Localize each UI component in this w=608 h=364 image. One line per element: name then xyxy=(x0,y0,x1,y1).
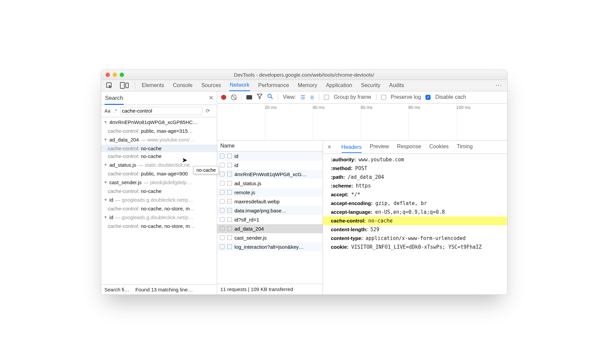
tab-network[interactable]: Network xyxy=(229,80,250,91)
request-row[interactable]: 4mrRnEPnWo81qWPG8_xcG… xyxy=(217,170,323,179)
result-group[interactable]: ▼ad_data_204www.youtube.com/… xyxy=(101,135,217,145)
search-footer: Search fi… Found 13 matching line… xyxy=(101,284,217,294)
result-match[interactable]: cache-control:no-cache xyxy=(101,187,217,195)
device-icon[interactable] xyxy=(120,82,129,89)
result-match[interactable]: cache-control:no-cache, no-store, m… xyxy=(101,205,217,212)
header-row: content-length529 xyxy=(323,225,507,234)
request-row[interactable]: cast_sender.js xyxy=(217,233,323,242)
request-name: id xyxy=(235,153,239,159)
row-checkbox[interactable] xyxy=(220,217,225,222)
tab-elements[interactable]: Elements xyxy=(141,80,165,91)
time-tick: 100 ms xyxy=(456,105,471,110)
tab-memory[interactable]: Memory xyxy=(297,80,318,91)
tab-audits[interactable]: Audits xyxy=(389,80,405,91)
request-row[interactable]: remote.js xyxy=(217,188,323,197)
result-group[interactable]: ▼cast_sender.jspkedcjkdefgdelp… xyxy=(101,177,217,187)
row-checkbox[interactable] xyxy=(220,199,225,204)
header-row: accept*/* xyxy=(323,190,507,199)
result-group[interactable]: ▼idgoogleads.g.doubleclick.net/p… xyxy=(101,195,217,205)
match-case-icon[interactable]: Aa xyxy=(105,108,111,114)
close-window-button[interactable] xyxy=(106,73,110,77)
request-name: 4mrRnEPnWo81qWPG8_xcG… xyxy=(235,171,307,177)
request-row[interactable]: id?slf_rd=1 xyxy=(217,215,323,224)
row-checkbox[interactable] xyxy=(220,181,225,186)
header-tab-response[interactable]: Response xyxy=(397,143,421,152)
header-row: content-typeapplication/x-www-form-urlen… xyxy=(323,234,507,243)
request-row[interactable]: id xyxy=(217,152,323,161)
file-icon xyxy=(227,226,232,231)
preserve-log-checkbox[interactable] xyxy=(381,95,386,100)
file-icon xyxy=(227,154,232,158)
request-name: data:image/png;base… xyxy=(235,208,287,213)
request-name: maxresdefault.webp xyxy=(235,199,280,204)
header-row: cache-controlno-cache xyxy=(323,216,507,225)
header-tab-timing[interactable]: Timing xyxy=(457,143,473,152)
zoom-window-button[interactable] xyxy=(120,73,124,77)
close-icon[interactable]: × xyxy=(209,93,213,102)
tab-console[interactable]: Console xyxy=(172,80,193,91)
request-row[interactable]: id xyxy=(217,161,323,170)
result-group[interactable]: ▼4mrRnEPnWo81qWPG8_xcGP85HC… xyxy=(101,117,217,127)
result-group[interactable]: ▼idgoogleads.g.doubleclick.net/p… xyxy=(101,212,217,222)
inspect-icon[interactable] xyxy=(106,82,113,89)
group-by-frame-checkbox[interactable] xyxy=(324,95,329,100)
search-icon[interactable] xyxy=(267,93,273,101)
file-icon xyxy=(227,244,232,249)
screenshot-icon[interactable] xyxy=(246,95,252,99)
tab-performance[interactable]: Performance xyxy=(257,80,290,91)
titlebar: DevTools - developers.google.com/web/too… xyxy=(101,70,507,80)
row-checkbox[interactable] xyxy=(220,172,225,176)
search-input[interactable] xyxy=(120,107,202,115)
result-match[interactable]: cache-control:public, max-age=315… xyxy=(101,127,217,135)
disable-cache-checkbox[interactable]: ✓ xyxy=(425,95,431,100)
row-checkbox[interactable] xyxy=(220,235,225,240)
tab-security[interactable]: Security xyxy=(360,80,381,91)
request-row[interactable]: —data:image/png;base… xyxy=(217,206,323,215)
regex-icon[interactable]: .* xyxy=(114,108,117,114)
row-checkbox[interactable] xyxy=(220,154,225,158)
header-tab-cookies[interactable]: Cookies xyxy=(429,143,449,152)
request-row[interactable]: ad_status.js xyxy=(217,179,323,188)
header-tab-headers[interactable]: Headers xyxy=(341,143,362,153)
request-row[interactable]: log_interaction?alt=json&key… xyxy=(217,242,323,251)
time-tick: 60 ms xyxy=(361,105,372,110)
request-name: log_interaction?alt=json&key… xyxy=(235,244,304,250)
request-list: Name idid4mrRnEPnWo81qWPG8_xcG…ad_status… xyxy=(217,140,323,294)
minimize-window-button[interactable] xyxy=(113,73,117,77)
tab-sources[interactable]: Sources xyxy=(201,80,222,91)
header-row: :schemehttps xyxy=(323,181,507,190)
filter-icon[interactable] xyxy=(257,93,262,101)
row-checkbox[interactable] xyxy=(220,163,225,167)
row-checkbox[interactable] xyxy=(220,190,225,195)
waterfall-icon[interactable]: ≣ xyxy=(310,94,314,100)
row-checkbox[interactable] xyxy=(220,208,225,213)
time-tick: 20 ms xyxy=(265,105,277,110)
request-name: ad_data_204 xyxy=(235,226,264,232)
request-row[interactable]: —maxresdefault.webp xyxy=(217,197,323,206)
request-row[interactable]: ad_data_204 xyxy=(217,224,323,233)
request-list-header[interactable]: Name xyxy=(217,140,323,152)
request-name: id xyxy=(235,162,239,168)
file-icon xyxy=(227,217,232,222)
waterfall-overview[interactable]: 20 ms40 ms60 ms80 ms100 ms xyxy=(217,104,507,140)
row-checkbox[interactable] xyxy=(220,226,225,231)
devtools-window: DevTools - developers.google.com/web/too… xyxy=(101,70,508,295)
clear-button[interactable] xyxy=(231,94,237,100)
result-match[interactable]: cache-control:no-cache, no-store, m… xyxy=(101,222,217,230)
tab-application[interactable]: Application xyxy=(325,80,353,91)
result-match[interactable]: cache-control:no-cache xyxy=(101,145,217,152)
record-button[interactable] xyxy=(221,95,226,100)
result-match[interactable]: cache-control:no-cache xyxy=(101,152,217,160)
row-checkbox[interactable] xyxy=(220,244,225,249)
large-rows-icon[interactable]: ☰ xyxy=(300,94,305,100)
view-label: View: xyxy=(283,94,296,100)
svg-point-1 xyxy=(268,94,271,97)
refresh-icon[interactable]: ⟳ xyxy=(206,108,210,114)
window-title: DevTools - developers.google.com/web/too… xyxy=(101,72,507,78)
file-icon xyxy=(227,163,232,167)
close-details-icon[interactable]: × xyxy=(328,143,331,151)
request-name: id?slf_rd=1 xyxy=(235,217,259,223)
time-tick: 40 ms xyxy=(313,105,324,110)
more-icon[interactable]: ⋮ xyxy=(495,82,502,88)
header-tab-preview[interactable]: Preview xyxy=(370,143,389,152)
